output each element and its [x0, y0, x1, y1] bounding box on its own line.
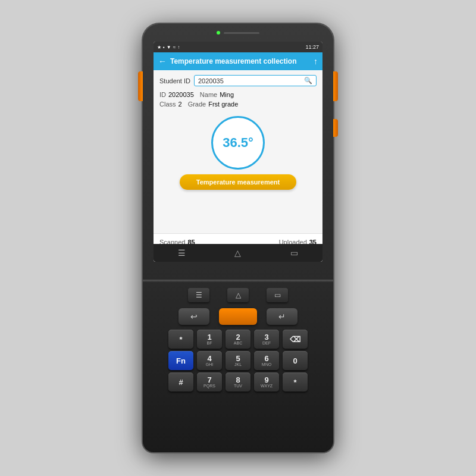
- name-value: Ming: [220, 91, 234, 98]
- kb-nav-recent[interactable]: ▭: [267, 288, 288, 302]
- kb-key-1[interactable]: 1BF: [197, 330, 222, 349]
- nav-home-icon[interactable]: △: [234, 248, 241, 258]
- top-bar: [217, 31, 259, 35]
- kb-key-6[interactable]: 6MNO: [254, 351, 279, 370]
- upload-button[interactable]: ↑: [314, 57, 318, 66]
- screen-main: Student ID 2020035 🔍 ID 2020035: [154, 70, 322, 233]
- indicator-dot: [217, 31, 220, 35]
- kb-key-9[interactable]: 9WXYZ: [254, 372, 279, 392]
- info-row-1: ID 2020035 Name Ming: [159, 91, 317, 98]
- temperature-value: 36.5°: [223, 135, 253, 151]
- grade-label: Grade: [188, 101, 206, 108]
- student-id-label: Student ID: [159, 77, 190, 84]
- kb-key-asterisk[interactable]: *: [283, 372, 308, 392]
- kb-row-2: Fn 4GHI 5JKL 6MNO 0: [151, 351, 325, 370]
- student-id-value: 2020035: [198, 77, 224, 84]
- temperature-circle: 36.5°: [211, 116, 265, 170]
- measure-button[interactable]: Temperature measurement: [180, 174, 296, 190]
- kb-key-2[interactable]: 2ABC: [226, 330, 250, 349]
- keyboard: ☰ △ ▭ ↩ ↵ * 1BF: [143, 282, 333, 452]
- side-button-right-top[interactable]: [333, 71, 338, 101]
- kb-nav-back[interactable]: ☰: [188, 288, 209, 302]
- id-value: 2020035: [168, 91, 194, 98]
- kb-row-3: # 7PQRS 8TUV 9WXYZ *: [151, 372, 325, 392]
- nav-recent-icon[interactable]: ▭: [290, 248, 298, 258]
- device-top: ★ ▪ ▼ ≈ ↑ 11:27 ← Temperature measuremen…: [143, 24, 333, 280]
- status-bar: ★ ▪ ▼ ≈ ↑ 11:27: [154, 42, 322, 52]
- kb-key-fn[interactable]: Fn: [168, 351, 193, 370]
- kb-row-1: * 1BF 2ABC 3DEF ⌫: [151, 330, 325, 349]
- measure-button-wrapper: Temperature measurement: [159, 174, 317, 190]
- id-pair: ID 2020035: [159, 91, 194, 98]
- side-button-right-bottom[interactable]: [333, 119, 338, 137]
- status-icons-left: ★ ▪ ▼ ≈ ↑: [157, 45, 180, 50]
- kb-key-8[interactable]: 8TUV: [226, 372, 250, 392]
- kb-key-hash[interactable]: #: [168, 372, 193, 392]
- search-icon[interactable]: 🔍: [304, 77, 312, 84]
- id-label: ID: [159, 91, 166, 98]
- kb-enter-button[interactable]: ↵: [267, 308, 298, 325]
- kb-action-row: ↩ ↵: [143, 306, 333, 327]
- kb-key-4[interactable]: 4GHI: [197, 351, 222, 370]
- kb-key-star[interactable]: *: [168, 330, 193, 349]
- temperature-display: 36.5°: [159, 116, 317, 170]
- class-pair: Class 2: [159, 101, 182, 108]
- kb-orange-button[interactable]: [219, 308, 257, 325]
- nav-back-icon[interactable]: ☰: [178, 248, 186, 258]
- info-row-2: Class 2 Grade Frst grade: [159, 101, 317, 108]
- app-bar: ← Temperature measurement collection ↑: [154, 52, 322, 70]
- kb-nav-row: ☰ △ ▭: [143, 282, 333, 306]
- kb-back-button[interactable]: ↩: [178, 308, 209, 325]
- back-button[interactable]: ←: [158, 57, 167, 66]
- side-button-left[interactable]: [138, 71, 143, 101]
- kb-key-0[interactable]: 0: [283, 351, 308, 370]
- kb-key-5[interactable]: 5JKL: [226, 351, 250, 370]
- grade-value: Frst grade: [208, 101, 238, 108]
- status-icon-signal: ≈: [173, 45, 176, 50]
- screen: ★ ▪ ▼ ≈ ↑ 11:27 ← Temperature measuremen…: [154, 42, 322, 262]
- kb-nav-home[interactable]: △: [227, 288, 249, 302]
- name-label: Name: [200, 91, 217, 98]
- app-title: Temperature measurement collection: [170, 57, 314, 65]
- nav-bar: ☰ △ ▭: [154, 244, 322, 262]
- kb-key-7[interactable]: 7PQRS: [197, 372, 222, 392]
- kb-key-backspace[interactable]: ⌫: [283, 330, 308, 349]
- status-icon-battery: ▪: [163, 45, 165, 50]
- class-value: 2: [178, 101, 182, 108]
- student-id-row: Student ID 2020035 🔍: [159, 75, 317, 86]
- status-icon-wifi: ▼: [167, 45, 171, 50]
- status-time: 11:27: [305, 44, 319, 50]
- grade-pair: Grade Frst grade: [188, 101, 239, 108]
- class-label: Class: [159, 101, 176, 108]
- device-body: ★ ▪ ▼ ≈ ↑ 11:27 ← Temperature measuremen…: [143, 24, 333, 452]
- kb-key-3[interactable]: 3DEF: [254, 330, 279, 349]
- device: ★ ▪ ▼ ≈ ↑ 11:27 ← Temperature measuremen…: [143, 24, 333, 452]
- kb-num-grid: * 1BF 2ABC 3DEF ⌫: [143, 327, 333, 394]
- speaker: [224, 32, 259, 34]
- status-icon-bt: ★: [157, 45, 161, 50]
- name-pair: Name Ming: [200, 91, 234, 98]
- student-id-input[interactable]: 2020035 🔍: [194, 75, 317, 86]
- status-icon-upload: ↑: [177, 45, 180, 50]
